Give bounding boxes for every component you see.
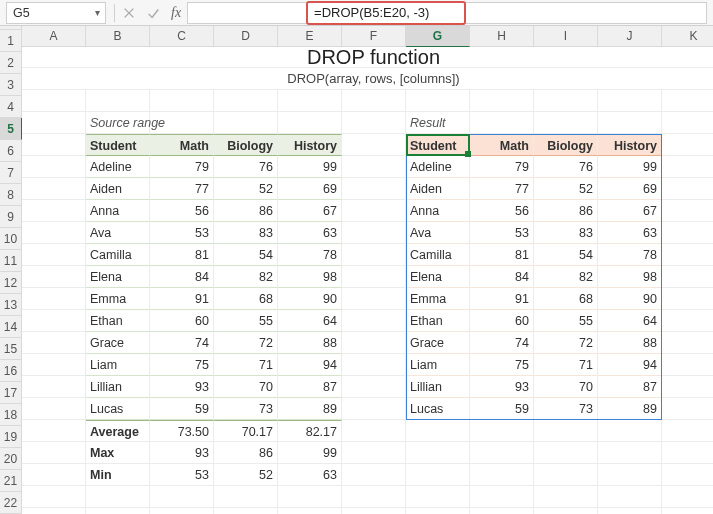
source-biology-2[interactable]: 86 xyxy=(214,200,278,222)
cell-H4[interactable] xyxy=(470,112,534,134)
cell-I3[interactable] xyxy=(534,90,598,112)
name-box[interactable]: G5 ▾ xyxy=(6,2,106,24)
source-biology-8[interactable]: 72 xyxy=(214,332,278,354)
row-header-8[interactable]: 8 xyxy=(0,184,22,206)
row-header-7[interactable]: 7 xyxy=(0,162,22,184)
cell-G3[interactable] xyxy=(406,90,470,112)
source-header-math[interactable]: Math xyxy=(150,134,214,156)
summary-average-biology[interactable]: 70.17 xyxy=(214,420,278,442)
cell-F8[interactable] xyxy=(342,200,406,222)
cell-F13[interactable] xyxy=(342,310,406,332)
source-range-label[interactable]: Source range xyxy=(86,112,150,134)
cell-G18[interactable] xyxy=(406,420,470,442)
result-biology-11[interactable]: 73 xyxy=(534,398,598,420)
result-name-2[interactable]: Anna xyxy=(406,200,470,222)
result-name-10[interactable]: Lillian xyxy=(406,376,470,398)
cell-J19[interactable] xyxy=(598,442,662,464)
source-name-6[interactable]: Emma xyxy=(86,288,150,310)
cell-A19[interactable] xyxy=(22,442,86,464)
cell-A9[interactable] xyxy=(22,222,86,244)
row-header-17[interactable]: 17 xyxy=(0,382,22,404)
row-header-19[interactable]: 19 xyxy=(0,426,22,448)
cell-C22[interactable] xyxy=(150,508,214,514)
cell-C4[interactable] xyxy=(150,112,214,134)
source-name-0[interactable]: Adeline xyxy=(86,156,150,178)
cell-E4[interactable] xyxy=(278,112,342,134)
result-history-10[interactable]: 87 xyxy=(598,376,662,398)
result-math-3[interactable]: 53 xyxy=(470,222,534,244)
cell-H21[interactable] xyxy=(470,486,534,508)
result-biology-6[interactable]: 68 xyxy=(534,288,598,310)
source-math-11[interactable]: 59 xyxy=(150,398,214,420)
result-math-8[interactable]: 74 xyxy=(470,332,534,354)
col-header-J[interactable]: J xyxy=(598,26,662,47)
cell-F5[interactable] xyxy=(342,134,406,156)
row-header-9[interactable]: 9 xyxy=(0,206,22,228)
source-math-10[interactable]: 93 xyxy=(150,376,214,398)
row-header-15[interactable]: 15 xyxy=(0,338,22,360)
cell-F19[interactable] xyxy=(342,442,406,464)
source-history-5[interactable]: 98 xyxy=(278,266,342,288)
cell-A14[interactable] xyxy=(22,332,86,354)
source-math-5[interactable]: 84 xyxy=(150,266,214,288)
result-name-0[interactable]: Adeline xyxy=(406,156,470,178)
col-header-I[interactable]: I xyxy=(534,26,598,47)
source-biology-0[interactable]: 76 xyxy=(214,156,278,178)
formula-input[interactable]: =DROP(B5:E20, -3) xyxy=(187,2,707,24)
cell-A16[interactable] xyxy=(22,376,86,398)
result-biology-0[interactable]: 76 xyxy=(534,156,598,178)
result-math-6[interactable]: 91 xyxy=(470,288,534,310)
cell-F15[interactable] xyxy=(342,354,406,376)
row-header-22[interactable]: 22 xyxy=(0,492,22,514)
cell-B3[interactable] xyxy=(86,90,150,112)
result-name-11[interactable]: Lucas xyxy=(406,398,470,420)
col-header-D[interactable]: D xyxy=(214,26,278,47)
cell-F9[interactable] xyxy=(342,222,406,244)
cell-F20[interactable] xyxy=(342,464,406,486)
cell-A4[interactable] xyxy=(22,112,86,134)
col-header-K[interactable]: K xyxy=(662,26,713,47)
col-header-F[interactable]: F xyxy=(342,26,406,47)
result-history-4[interactable]: 78 xyxy=(598,244,662,266)
result-header-biology[interactable]: Biology xyxy=(534,134,598,156)
cell-I21[interactable] xyxy=(534,486,598,508)
cell-D21[interactable] xyxy=(214,486,278,508)
source-math-4[interactable]: 81 xyxy=(150,244,214,266)
result-name-6[interactable]: Emma xyxy=(406,288,470,310)
cell-K11[interactable] xyxy=(662,266,713,288)
cell-A8[interactable] xyxy=(22,200,86,222)
result-math-7[interactable]: 60 xyxy=(470,310,534,332)
source-history-8[interactable]: 88 xyxy=(278,332,342,354)
row-header-5[interactable]: 5 xyxy=(0,118,22,140)
source-biology-6[interactable]: 68 xyxy=(214,288,278,310)
result-history-2[interactable]: 67 xyxy=(598,200,662,222)
result-biology-2[interactable]: 86 xyxy=(534,200,598,222)
row-header-12[interactable]: 12 xyxy=(0,272,22,294)
row-header-1[interactable]: 1 xyxy=(0,30,22,52)
result-math-11[interactable]: 59 xyxy=(470,398,534,420)
cell-K17[interactable] xyxy=(662,398,713,420)
summary-max-biology[interactable]: 86 xyxy=(214,442,278,464)
source-name-2[interactable]: Anna xyxy=(86,200,150,222)
cell-J21[interactable] xyxy=(598,486,662,508)
row-header-18[interactable]: 18 xyxy=(0,404,22,426)
summary-max-math[interactable]: 93 xyxy=(150,442,214,464)
source-name-1[interactable]: Aiden xyxy=(86,178,150,200)
cell-I19[interactable] xyxy=(534,442,598,464)
source-biology-5[interactable]: 82 xyxy=(214,266,278,288)
source-history-6[interactable]: 90 xyxy=(278,288,342,310)
source-name-5[interactable]: Elena xyxy=(86,266,150,288)
cell-K16[interactable] xyxy=(662,376,713,398)
cell-E21[interactable] xyxy=(278,486,342,508)
row-header-6[interactable]: 6 xyxy=(0,140,22,162)
cell-I18[interactable] xyxy=(534,420,598,442)
source-header-history[interactable]: History xyxy=(278,134,342,156)
cell-K4[interactable] xyxy=(662,112,713,134)
cell-K10[interactable] xyxy=(662,244,713,266)
source-history-1[interactable]: 69 xyxy=(278,178,342,200)
result-math-10[interactable]: 93 xyxy=(470,376,534,398)
check-icon[interactable] xyxy=(141,2,165,24)
cell-J18[interactable] xyxy=(598,420,662,442)
cell-K15[interactable] xyxy=(662,354,713,376)
fx-icon[interactable]: fx xyxy=(165,5,187,21)
